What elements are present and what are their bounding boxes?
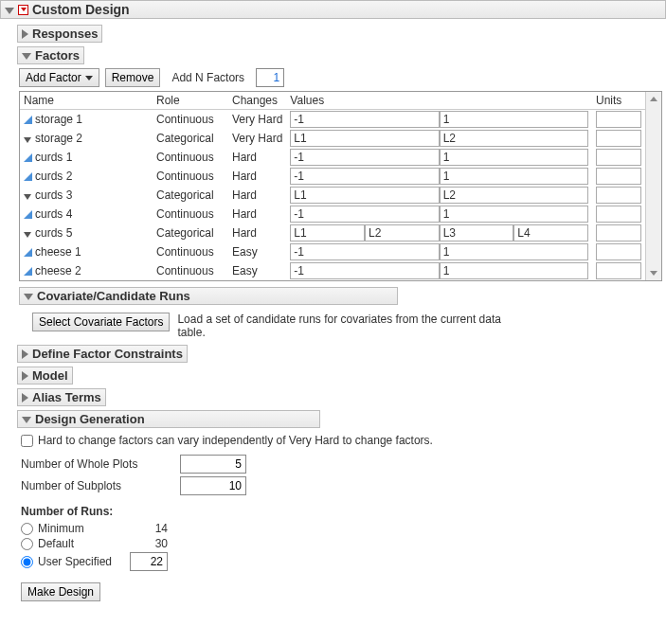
add-factor-button[interactable]: Add Factor	[19, 68, 99, 87]
col-role[interactable]: Role	[153, 92, 228, 110]
value-cell[interactable]: L1	[290, 130, 439, 147]
value-cell[interactable]	[596, 130, 641, 147]
cell-role[interactable]: Continuous	[153, 167, 228, 186]
cell-name[interactable]: cheese 2	[20, 261, 153, 280]
value-cell[interactable]: L1	[290, 224, 365, 242]
cell-units[interactable]	[592, 224, 645, 242]
make-design-button[interactable]: Make Design	[21, 582, 100, 601]
cell-role[interactable]: Categorical	[153, 129, 228, 148]
cell-name[interactable]: storage 1	[20, 110, 153, 130]
value-cell[interactable]: 1	[440, 206, 588, 223]
value-cell[interactable]: -1	[290, 149, 439, 166]
value-cell[interactable]: 1	[440, 262, 588, 279]
cell-role[interactable]: Categorical	[153, 224, 228, 242]
value-cell[interactable]	[596, 262, 641, 279]
value-cell[interactable]: 1	[440, 243, 588, 260]
subplots-input[interactable]	[180, 476, 246, 495]
cell-name[interactable]: curds 5	[20, 224, 153, 242]
scroll-down-icon[interactable]	[646, 266, 660, 280]
table-row[interactable]: storage 1ContinuousVery Hard-11	[20, 110, 645, 130]
design-generation-header[interactable]: Design Generation	[17, 410, 320, 428]
cell-units[interactable]	[592, 110, 645, 130]
cell-name[interactable]: cheese 1	[20, 242, 153, 261]
value-cell[interactable]	[596, 206, 641, 223]
cell-changes[interactable]: Very Hard	[228, 129, 286, 148]
cell-changes[interactable]: Easy	[228, 261, 286, 280]
cell-units[interactable]	[592, 261, 645, 280]
value-cell[interactable]: -1	[290, 111, 439, 128]
scroll-up-icon[interactable]	[646, 92, 660, 106]
value-cell[interactable]: -1	[290, 206, 439, 223]
cell-role[interactable]: Categorical	[153, 186, 228, 205]
table-row[interactable]: storage 2CategoricalVery HardL1L2	[20, 129, 645, 148]
whole-plots-input[interactable]	[180, 455, 246, 474]
value-cell[interactable]	[596, 111, 641, 128]
cell-changes[interactable]: Hard	[228, 205, 286, 224]
responses-header[interactable]: Responses	[17, 25, 102, 43]
cell-units[interactable]	[592, 205, 645, 224]
covariate-header[interactable]: Covariate/Candidate Runs	[19, 287, 398, 305]
cell-name[interactable]: curds 2	[20, 167, 153, 186]
cell-units[interactable]	[592, 167, 645, 186]
table-row[interactable]: curds 3CategoricalHardL1L2	[20, 186, 645, 205]
factors-scrollbar[interactable]	[645, 92, 661, 280]
table-row[interactable]: curds 2ContinuousHard-11	[20, 167, 645, 186]
cell-name[interactable]: curds 1	[20, 148, 153, 167]
table-row[interactable]: curds 5CategoricalHardL1L2L3L4	[20, 224, 645, 242]
red-menu-icon[interactable]	[18, 5, 28, 15]
cell-changes[interactable]: Easy	[228, 242, 286, 261]
minimum-radio[interactable]	[21, 523, 33, 535]
cell-changes[interactable]: Hard	[228, 186, 286, 205]
cell-name[interactable]: storage 2	[20, 129, 153, 148]
cell-units[interactable]	[592, 129, 645, 148]
default-radio-label[interactable]: Default	[21, 537, 130, 550]
user-specified-radio[interactable]	[21, 556, 33, 568]
value-cell[interactable]	[596, 168, 641, 185]
value-cell[interactable]: L3	[440, 224, 514, 242]
value-cell[interactable]	[596, 243, 641, 260]
cell-units[interactable]	[592, 242, 645, 261]
select-covariate-factors-button[interactable]: Select Covariate Factors	[32, 313, 170, 331]
add-n-factors-input[interactable]	[256, 68, 284, 87]
value-cell[interactable]	[596, 187, 641, 204]
value-cell[interactable]: 1	[440, 149, 588, 166]
minimum-radio-label[interactable]: Minimum	[21, 522, 130, 535]
cell-units[interactable]	[592, 148, 645, 167]
cell-changes[interactable]: Hard	[228, 148, 286, 167]
value-cell[interactable]: -1	[290, 262, 439, 279]
cell-role[interactable]: Continuous	[153, 261, 228, 280]
value-cell[interactable]: L2	[365, 224, 440, 242]
value-cell[interactable]: -1	[290, 168, 439, 185]
table-row[interactable]: cheese 2ContinuousEasy-11	[20, 261, 645, 280]
cell-name[interactable]: curds 4	[20, 205, 153, 224]
cell-role[interactable]: Continuous	[153, 148, 228, 167]
col-values[interactable]: Values	[286, 92, 592, 110]
default-radio[interactable]	[21, 538, 33, 550]
table-row[interactable]: curds 4ContinuousHard-11	[20, 205, 645, 224]
value-cell[interactable]: 1	[440, 111, 588, 128]
cell-units[interactable]	[592, 186, 645, 205]
col-name[interactable]: Name	[20, 92, 153, 110]
col-changes[interactable]: Changes	[228, 92, 286, 110]
value-cell[interactable]: L4	[513, 224, 588, 242]
table-row[interactable]: cheese 1ContinuousEasy-11	[20, 242, 645, 261]
cell-changes[interactable]: Very Hard	[228, 110, 286, 130]
remove-button[interactable]: Remove	[105, 68, 161, 87]
custom-design-header[interactable]: Custom Design	[0, 0, 666, 19]
value-cell[interactable]: L2	[440, 130, 588, 147]
col-units[interactable]: Units	[592, 92, 645, 110]
model-header[interactable]: Model	[17, 367, 73, 385]
constraints-header[interactable]: Define Factor Constraints	[17, 345, 188, 363]
cell-role[interactable]: Continuous	[153, 205, 228, 224]
user-specified-radio-label[interactable]: User Specified	[21, 555, 130, 568]
value-cell[interactable]	[596, 149, 641, 166]
user-specified-input[interactable]	[130, 552, 168, 571]
cell-changes[interactable]: Hard	[228, 167, 286, 186]
table-row[interactable]: curds 1ContinuousHard-11	[20, 148, 645, 167]
value-cell[interactable]: 1	[440, 168, 588, 185]
factors-header[interactable]: Factors	[17, 46, 84, 64]
value-cell[interactable]: L2	[440, 187, 588, 204]
value-cell[interactable]: -1	[290, 243, 439, 260]
value-cell[interactable]	[596, 224, 641, 242]
cell-name[interactable]: curds 3	[20, 186, 153, 205]
